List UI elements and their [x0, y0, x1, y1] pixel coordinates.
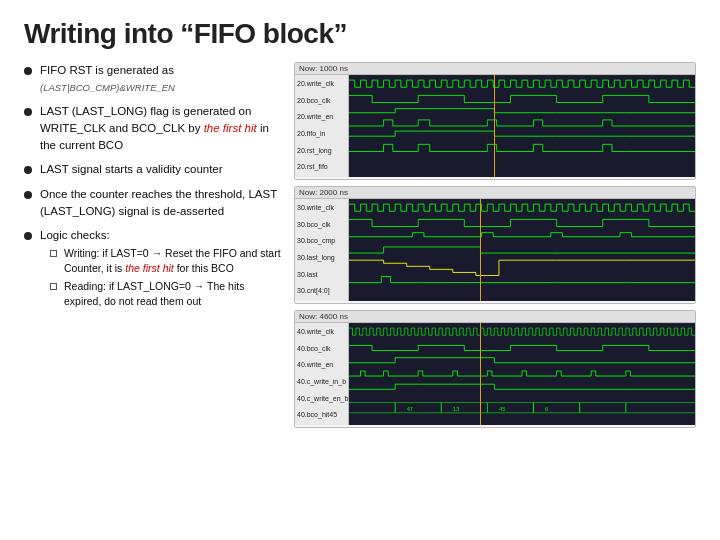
- right-panel: Now: 1000 ns 20.write_clk 20.bco_clk 20.…: [294, 62, 696, 530]
- wl-1-1: 20.write_clk: [297, 80, 346, 88]
- wl-1-5: 20.rst_long: [297, 147, 346, 155]
- waveform-block-2: Now: 2000 ns 30.write_clk 30.bco_clk 30.…: [294, 186, 696, 304]
- waveform-header-1: Now: 1000 ns: [295, 63, 695, 75]
- bullet-text-3: LAST signal starts a validity counter: [40, 161, 223, 178]
- sub-bullet-square-2: [50, 283, 57, 290]
- wl-3-5: 40.c_write_en_b: [297, 395, 346, 403]
- waveform-canvas-2: [349, 199, 695, 301]
- cursor-line-1: [494, 75, 495, 177]
- bullet-1-subtext: (LAST|BCO_CMP)&WRITE_EN: [40, 82, 175, 93]
- waveform-labels-1: 20.write_clk 20.bco_clk 20.write_en 20.f…: [295, 75, 349, 177]
- sub-bullet-square-1: [50, 250, 57, 257]
- slide: Writing into “FIFO block” FIFO RST is ge…: [0, 0, 720, 540]
- svg-text:13: 13: [453, 406, 459, 412]
- waveform-block-3: Now: 4600 ns 40.write_clk 40.bco_clk 40.…: [294, 310, 696, 428]
- waveform-inner-2: 30.write_clk 30.bco_clk 30.bco_cmp 30.la…: [295, 199, 695, 301]
- bullet-text-4: Once the counter reaches the threshold, …: [40, 186, 284, 219]
- svg-text:45: 45: [499, 406, 505, 412]
- waveform-time-3: Now: 4600 ns: [299, 312, 348, 321]
- wl-2-2: 30.bco_clk: [297, 221, 346, 229]
- waveform-header-2: Now: 2000 ns: [295, 187, 695, 199]
- cursor-line-3: [480, 323, 481, 425]
- bullet-2: LAST (LAST_LONG) flag is generated on WR…: [24, 103, 284, 153]
- wl-1-4: 20.fifo_in: [297, 130, 346, 138]
- bullet-dot: [24, 67, 32, 75]
- waveform-svg-1: [349, 75, 695, 177]
- once-counter: Once the counter reaches: [40, 188, 172, 200]
- bullet-3: LAST signal starts a validity counter: [24, 161, 284, 178]
- bullet-dot-2: [24, 108, 32, 116]
- waveform-labels-3: 40.write_clk 40.bco_clk 40.write_en 40.c…: [295, 323, 349, 425]
- wl-2-3: 30.bco_cmp: [297, 237, 346, 245]
- wl-1-6: 20.rst_fifo: [297, 163, 346, 171]
- waveform-header-3: Now: 4600 ns: [295, 311, 695, 323]
- sub-bullet-text-1: Writing: if LAST=0 → Reset the FIFO and …: [64, 246, 284, 275]
- highlight-first-hit-1: the first hit: [204, 122, 257, 134]
- wl-3-6: 40.bco_hit45: [297, 411, 346, 419]
- bullet-dot-5: [24, 232, 32, 240]
- wl-2-6: 30.cnt[4:0]: [297, 287, 346, 295]
- waveform-svg-2: [349, 199, 695, 301]
- wl-3-4: 40.c_write_in_b: [297, 378, 346, 386]
- highlight-first-hit-2: the first hit: [125, 262, 173, 274]
- left-panel: FIFO RST is generated as (LAST|BCO_CMP)&…: [24, 62, 284, 530]
- bullet-text-1: FIFO RST is generated as (LAST|BCO_CMP)&…: [40, 62, 175, 95]
- sub-bullet-text-2: Reading: if LAST_LONG=0 → The hits expir…: [64, 279, 284, 308]
- waveform-time-1: Now: 1000 ns: [299, 64, 348, 73]
- wl-1-3: 20.write_en: [297, 113, 346, 121]
- slide-title: Writing into “FIFO block”: [24, 18, 696, 50]
- bullet-4: Once the counter reaches the threshold, …: [24, 186, 284, 219]
- sub-bullet-1: Writing: if LAST=0 → Reset the FIFO and …: [50, 246, 284, 275]
- bullet-text-5: Logic checks: Writing: if LAST=0 → Reset…: [40, 227, 284, 312]
- bullet-1: FIFO RST is generated as (LAST|BCO_CMP)&…: [24, 62, 284, 95]
- waveform-time-2: Now: 2000 ns: [299, 188, 348, 197]
- waveform-inner-3: 40.write_clk 40.bco_clk 40.write_en 40.c…: [295, 323, 695, 425]
- wl-3-1: 40.write_clk: [297, 328, 346, 336]
- waveform-inner-1: 20.write_clk 20.bco_clk 20.write_en 20.f…: [295, 75, 695, 177]
- wl-3-3: 40.write_en: [297, 361, 346, 369]
- wl-2-4: 30.last_long: [297, 254, 346, 262]
- svg-text:6: 6: [545, 406, 548, 412]
- waveform-canvas-3: 47 13 45 6: [349, 323, 695, 425]
- bullet-dot-3: [24, 166, 32, 174]
- wl-3-2: 40.bco_clk: [297, 345, 346, 353]
- wl-2-1: 30.write_clk: [297, 204, 346, 212]
- waveform-svg-3: 47 13 45 6: [349, 323, 695, 425]
- wl-2-5: 30.last: [297, 271, 346, 279]
- waveform-labels-2: 30.write_clk 30.bco_clk 30.bco_cmp 30.la…: [295, 199, 349, 301]
- waveform-block-1: Now: 1000 ns 20.write_clk 20.bco_clk 20.…: [294, 62, 696, 180]
- bullet-dot-4: [24, 191, 32, 199]
- svg-text:47: 47: [407, 406, 413, 412]
- cursor-line-2: [480, 199, 481, 301]
- bullet-5: Logic checks: Writing: if LAST=0 → Reset…: [24, 227, 284, 312]
- waveform-canvas-1: [349, 75, 695, 177]
- sub-bullet-2: Reading: if LAST_LONG=0 → The hits expir…: [50, 279, 284, 308]
- wl-1-2: 20.bco_clk: [297, 97, 346, 105]
- sub-bullets: Writing: if LAST=0 → Reset the FIFO and …: [50, 246, 284, 309]
- bullet-text-2: LAST (LAST_LONG) flag is generated on WR…: [40, 103, 284, 153]
- content-area: FIFO RST is generated as (LAST|BCO_CMP)&…: [24, 62, 696, 530]
